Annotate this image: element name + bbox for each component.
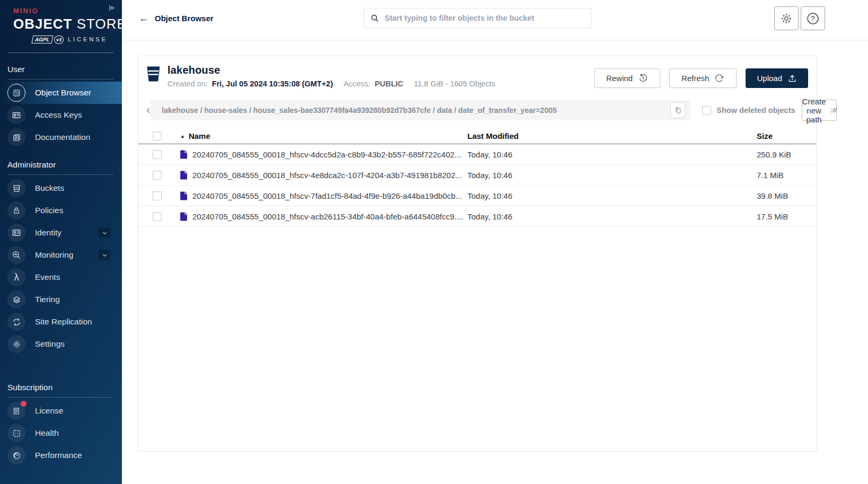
refresh-button[interactable]: Refresh — [669, 68, 737, 88]
bucket-browser-panel: lakehouse Created on: Fri, Jul 05 2024 1… — [138, 56, 817, 452]
gear-icon — [780, 12, 793, 25]
show-deleted-toggle[interactable]: Show deleted objects — [702, 106, 795, 115]
show-deleted-checkbox[interactable] — [702, 106, 711, 115]
rewind-icon — [638, 73, 648, 83]
sidebar-item-performance[interactable]: Performance — [0, 444, 122, 467]
bucket-meta: Created on: Fri, Jul 05 2024 10:35:08 (G… — [167, 80, 495, 88]
section-label: Administrator — [0, 156, 122, 174]
row-checkbox[interactable] — [153, 191, 162, 200]
events-icon: λ — [7, 268, 25, 286]
chevron-down-icon[interactable] — [99, 227, 110, 238]
access-value: PUBLIC — [375, 80, 403, 88]
refresh-icon — [714, 73, 724, 83]
sort-asc-icon[interactable]: ▲ — [180, 134, 185, 139]
object-name[interactable]: 20240705_084555_00018_hfscv-acb26115-34b… — [192, 212, 467, 221]
column-header-size[interactable]: Size — [757, 131, 817, 140]
sidebar-item-label: Buckets — [35, 183, 64, 193]
row-checkbox[interactable] — [153, 150, 162, 159]
object-size: 250.9 KiB — [757, 150, 817, 159]
buckets-icon — [7, 179, 25, 197]
upload-button[interactable]: Upload — [746, 68, 808, 88]
object-last-modified: Today, 10:46 — [467, 150, 757, 159]
object-size: 17.5 MiB — [757, 212, 817, 221]
sidebar-item-events[interactable]: λEvents — [0, 266, 122, 288]
help-icon: ? — [807, 13, 819, 24]
sidebar-section: UserObject BrowserAccess KeysDocumentati… — [0, 60, 122, 148]
sidebar-item-site-replication[interactable]: Site Replication — [0, 311, 122, 333]
select-all-checkbox[interactable] — [153, 131, 162, 140]
sidebar-item-policies[interactable]: Policies — [0, 199, 122, 222]
logo-divider — [8, 52, 113, 53]
collapse-sidebar-icon[interactable] — [107, 3, 117, 13]
license-wordmark: LICENSE — [68, 36, 108, 42]
sidebar-item-label: Performance — [35, 451, 82, 460]
sidebar-item-monitoring[interactable]: Monitoring — [0, 244, 122, 266]
section-label: User — [0, 60, 122, 79]
search-icon — [370, 14, 379, 23]
sidebar-item-label: Monitoring — [35, 250, 73, 260]
object-filter-search[interactable] — [364, 8, 591, 28]
table-header: ▲ Name Last Modified Size — [138, 128, 817, 144]
sidebar-item-tiering[interactable]: Tiering — [0, 288, 122, 311]
minio-logo: MINIO OBJECT STORE AGPLv3LICENSE — [0, 0, 122, 44]
sidebar-item-license[interactable]: License — [0, 400, 122, 422]
sidebar-item-label: Policies — [35, 206, 63, 215]
breadcrumb-row: ‹ lakehouse / house-sales / house_sales-… — [146, 100, 809, 121]
column-header-last-modified[interactable]: Last Modified — [467, 131, 757, 140]
column-header-name[interactable]: ▲ Name — [180, 131, 467, 140]
object-browser-icon — [7, 84, 25, 102]
brand-wordmark: MINIO — [13, 7, 109, 15]
documentation-icon — [7, 128, 25, 146]
file-icon — [180, 171, 188, 180]
sidebar-item-health[interactable]: Health — [0, 422, 122, 444]
table-row[interactable]: 20240705_084555_00018_hfscv-4e8dca2c-107… — [138, 165, 817, 186]
object-size: 7.1 MiB — [757, 171, 817, 180]
performance-icon — [7, 446, 25, 464]
upload-icon — [787, 74, 797, 83]
sidebar-item-label: Documentation — [35, 133, 90, 142]
rewind-button[interactable]: Rewind — [594, 68, 660, 88]
bucket-icon — [146, 66, 161, 82]
row-checkbox[interactable] — [153, 171, 162, 180]
bucket-name: lakehouse — [167, 64, 495, 76]
table-row[interactable]: 20240705_084555_00018_hfscv-acb26115-34b… — [138, 206, 817, 227]
table-row[interactable]: 20240705_084555_00018_hfscv-4dcc5d2a-c8b… — [138, 144, 817, 165]
table-row[interactable]: 20240705_084555_00018_hfscv-7fad1cf5-84a… — [138, 186, 817, 206]
settings-icon — [7, 335, 25, 353]
bucket-header: lakehouse Created on: Fri, Jul 05 2024 1… — [138, 56, 817, 93]
chevron-down-icon[interactable] — [99, 250, 110, 260]
breadcrumb-back-icon[interactable]: ‹ — [146, 100, 150, 120]
sidebar-item-label: Events — [35, 272, 60, 282]
object-last-modified: Today, 10:46 — [467, 171, 757, 180]
topbar: ← Object Browser ? — [122, 0, 868, 40]
row-checkbox[interactable] — [153, 212, 162, 221]
sidebar-item-identity[interactable]: Identity — [0, 222, 122, 244]
settings-button[interactable] — [774, 6, 799, 30]
tiering-icon — [7, 291, 25, 309]
section-divider — [7, 397, 113, 398]
bucket-actions: Rewind Refresh Upload — [594, 64, 808, 88]
file-icon — [180, 191, 188, 200]
create-new-path-button[interactable]: Create new path :// — [802, 100, 837, 121]
object-name[interactable]: 20240705_084555_00018_hfscv-7fad1cf5-84a… — [192, 191, 467, 200]
object-name[interactable]: 20240705_084555_00018_hfscv-4e8dca2c-107… — [192, 171, 467, 180]
sidebar-item-access-keys[interactable]: Access Keys — [0, 104, 122, 126]
breadcrumb-path[interactable]: lakehouse / house-sales / house_sales-ba… — [162, 106, 670, 115]
sidebar-item-label: Settings — [35, 339, 65, 349]
sidebar-item-documentation[interactable]: Documentation — [0, 126, 122, 148]
monitoring-icon — [7, 246, 25, 264]
page-title: Object Browser — [155, 14, 214, 23]
sidebar-item-settings[interactable]: Settings — [0, 333, 122, 355]
back-arrow-icon[interactable]: ← — [139, 13, 149, 24]
section-label: Subscription — [0, 379, 122, 397]
sidebar-item-object-browser[interactable]: Object Browser — [0, 82, 122, 104]
sidebar-item-label: Tiering — [35, 295, 60, 304]
help-button[interactable]: ? — [801, 6, 825, 30]
sidebar-item-buckets[interactable]: Buckets — [0, 177, 122, 199]
object-name[interactable]: 20240705_084555_00018_hfscv-4dcc5d2a-c8b… — [192, 150, 467, 159]
sidebar-section: SubscriptionLicenseHealthPerformance — [0, 379, 122, 467]
agpl-version-badge: v3 — [54, 36, 64, 44]
copy-path-button[interactable] — [670, 102, 685, 118]
search-input[interactable] — [385, 14, 584, 22]
license-icon — [7, 402, 25, 420]
